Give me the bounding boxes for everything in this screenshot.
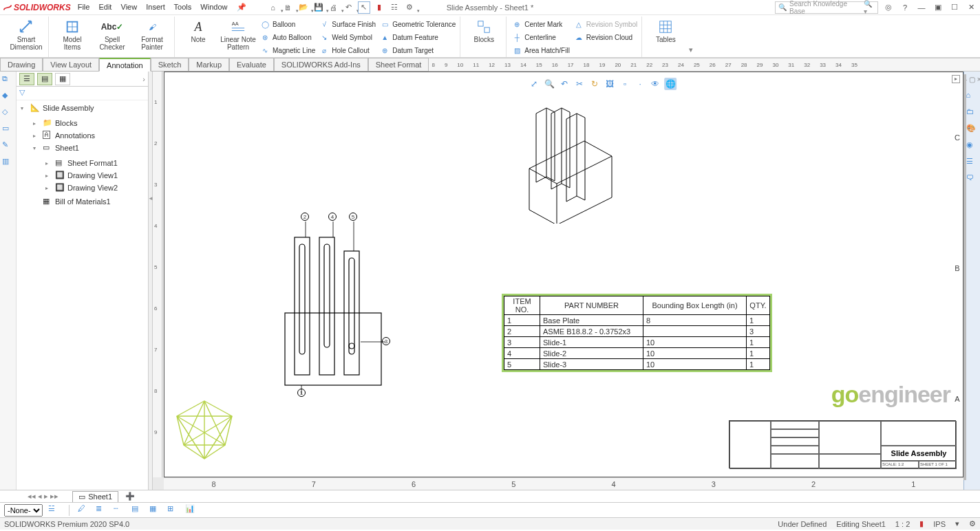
format-painter-button[interactable]: 🖌 Format Painter <box>133 18 171 52</box>
balloon-button[interactable]: ◯Balloon <box>259 18 317 30</box>
tables-button[interactable]: Tables <box>646 18 685 45</box>
menu-file[interactable]: File <box>78 3 90 11</box>
center-mark-button[interactable]: ⊕Center Mark <box>511 18 571 30</box>
qat-save-icon[interactable]: 💾 <box>312 1 325 14</box>
drawing-canvas[interactable]: 123 456 789 ▸ ⤢ 🔍 ↶ ✂ ↻ 🖼 ▫ · 👁 🌐 <box>153 72 963 490</box>
tree-blocks[interactable]: ▸📁Blocks <box>33 117 118 129</box>
taskpane-palette-icon[interactable]: 🎨 <box>966 124 979 136</box>
qat-open-icon[interactable]: 📂 <box>297 1 310 14</box>
model-items-button[interactable]: Model Items <box>53 18 92 52</box>
bom-table[interactable]: ITEM NO. PART NUMBER Bounding Box Length… <box>502 294 772 372</box>
hud-3d-icon[interactable]: 🌐 <box>664 78 677 90</box>
datum-target-button[interactable]: ⊕Datum Target <box>379 44 457 56</box>
blocks-button[interactable]: Blocks <box>465 18 503 45</box>
note-button[interactable]: A Note <box>179 18 217 45</box>
qat-undo-icon[interactable]: ↶ <box>343 1 355 14</box>
table-row[interactable]: 5Slide-3101 <box>504 359 770 370</box>
restore-icon[interactable]: ▣ <box>932 1 944 14</box>
drawing-view-front[interactable] <box>278 224 395 395</box>
menu-edit[interactable]: Edit <box>98 3 111 11</box>
drawing-sheet[interactable]: ▸ ⤢ 🔍 ↶ ✂ ↻ 🖼 ▫ · 👁 🌐 <box>164 72 963 477</box>
tab-annotation[interactable]: Annotation <box>99 58 151 72</box>
taskpane-home-icon[interactable]: ⌂ <box>966 91 979 103</box>
status-units[interactable]: IPS <box>933 520 946 528</box>
hud-eye-icon[interactable]: 👁 <box>649 78 661 90</box>
minimize-icon[interactable]: — <box>915 1 928 14</box>
add-sheet-icon[interactable]: ➕ <box>125 492 135 501</box>
balloon-4-callout[interactable]: 4 <box>328 213 337 221</box>
line-style-icon[interactable]: ┄ <box>114 504 126 517</box>
vtool-sketch-icon[interactable]: ◇ <box>2 107 14 120</box>
maximize-icon[interactable]: ☐ <box>948 1 961 14</box>
table-row[interactable]: 4Slide-2101 <box>504 348 770 359</box>
status-gear-icon[interactable]: ⚙ <box>969 519 976 528</box>
tree-drawing-view2[interactable]: ▸🔲Drawing View2 <box>45 182 118 194</box>
geometric-tolerance-button[interactable]: ▭Geometric Tolerance <box>379 18 457 30</box>
tree-mode-display-icon[interactable]: ▦ <box>55 73 70 85</box>
menu-pin-icon[interactable]: 📌 <box>237 3 246 11</box>
datum-feature-button[interactable]: ▲Datum Feature <box>379 31 457 43</box>
taskpane-appearance-icon[interactable]: ◉ <box>966 140 979 153</box>
qat-rebuild-icon[interactable]: ▮ <box>373 1 385 14</box>
doc-close-icon[interactable]: × <box>977 76 980 83</box>
tab-evaluate[interactable]: Evaluate <box>229 58 274 72</box>
qat-new-icon[interactable]: 🗎 <box>282 1 295 14</box>
search-input[interactable]: 🔍 Search Knowledge Base 🔍▾ <box>775 1 878 14</box>
qat-options-panel-icon[interactable]: ☷ <box>388 1 401 14</box>
title-block[interactable]: Slide Assembly SCALE: 1:2 SHEET 1 OF 1 <box>729 420 956 468</box>
tree-mode-config-icon[interactable]: ▤ <box>37 73 52 85</box>
table-row[interactable]: 1Base Plate81 <box>504 315 770 326</box>
hole-callout-button[interactable]: ⌀Hole Callout <box>318 44 377 56</box>
tab-markup[interactable]: Markup <box>189 58 229 72</box>
task-pane[interactable]: –▢× ⌂ 🗀 🎨 ◉ ☰ 🗨 <box>963 72 980 490</box>
ribbon-overflow-icon[interactable]: ▾ <box>686 44 696 56</box>
menu-window[interactable]: Window <box>200 3 227 11</box>
tab-view-layout[interactable]: View Layout <box>43 58 99 72</box>
area-hatch-button[interactable]: ▨Area Hatch/Fill <box>511 44 571 56</box>
linear-note-pattern-button[interactable]: AA Linear Note Pattern <box>219 18 257 52</box>
line-color-icon[interactable]: 🖊 <box>78 504 90 517</box>
sheet-panel-collapse-icon[interactable]: ▸ <box>952 75 960 83</box>
tree-annotations[interactable]: ▸🄰Annotations <box>33 129 118 142</box>
balloon-3-callout[interactable]: 3 <box>382 337 390 345</box>
vtool-markup-icon[interactable]: ✎ <box>2 140 14 153</box>
line-thickness-icon[interactable]: ≣ <box>96 504 108 517</box>
tab-sketch[interactable]: Sketch <box>151 58 189 72</box>
tree-expand-icon[interactable]: › <box>142 75 145 83</box>
doc-minimize-icon[interactable]: – <box>963 76 967 83</box>
weld-symbol-button[interactable]: ↘Weld Symbol <box>318 31 377 43</box>
hide-show-icon[interactable]: ▤ <box>131 504 144 517</box>
magnetic-line-button[interactable]: ∿Magnetic Line <box>259 44 317 56</box>
spell-checker-button[interactable]: Abc✓ Spell Checker <box>93 18 131 52</box>
status-rebuild-icon[interactable]: ▮ <box>919 519 924 528</box>
centerline-button[interactable]: ┼Centerline <box>511 31 571 43</box>
tab-sheet-format[interactable]: Sheet Format <box>368 58 429 72</box>
menu-insert[interactable]: Insert <box>146 3 165 11</box>
vtool-eval-icon[interactable]: ▥ <box>2 157 14 169</box>
tree-sheet-format[interactable]: ▸▤Sheet Format1 <box>45 157 118 169</box>
layer-select[interactable]: -None- <box>4 504 43 517</box>
revision-cloud-button[interactable]: ☁Revision Cloud <box>573 31 639 43</box>
help-icon[interactable]: ? <box>899 1 911 14</box>
balloon-2-callout[interactable]: 2 <box>301 213 309 221</box>
tree-mode-feature-icon[interactable]: ☰ <box>19 73 34 85</box>
chart-icon[interactable]: 📊 <box>185 504 198 517</box>
sheet-nav[interactable]: ◂◂ ◂ ▸ ▸▸ <box>28 492 58 501</box>
tree-sheet1[interactable]: ▾▭Sheet1 <box>33 142 118 154</box>
vtool-sheet-icon[interactable]: ▭ <box>2 124 14 136</box>
taskpane-library-icon[interactable]: 🗀 <box>966 107 979 120</box>
user-icon[interactable]: ◎ <box>882 1 895 14</box>
taskpane-custom-icon[interactable]: ☰ <box>966 157 979 169</box>
tab-drawing[interactable]: Drawing <box>0 58 43 72</box>
drawing-view-iso[interactable] <box>495 72 619 224</box>
sheet-tab[interactable]: ▭Sheet1 <box>72 491 118 502</box>
qat-select-icon[interactable]: ↖ <box>358 1 370 14</box>
qat-settings-icon[interactable]: ⚙ <box>403 1 416 14</box>
hud-hide-icon[interactable]: ▫ <box>619 78 631 90</box>
hud-more-icon[interactable]: · <box>634 78 646 90</box>
filter-icon[interactable]: ▽ <box>19 88 25 96</box>
tree-root[interactable]: ▾📐Slide Assembly <box>21 102 148 114</box>
auto-balloon-button[interactable]: ⊛Auto Balloon <box>259 31 317 43</box>
vtool-feature-icon[interactable]: ◆ <box>2 91 14 103</box>
close-icon[interactable]: ✕ <box>965 1 977 14</box>
